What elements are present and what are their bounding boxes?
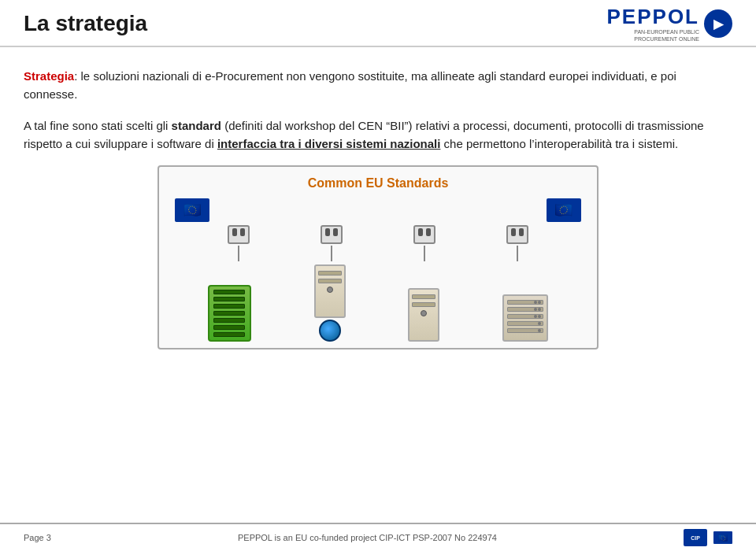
footer-center-text: PEPPOL is an EU co-funded project CIP-IC… [238, 533, 497, 542]
main-content: Strategia: le soluzioni nazionali di e-P… [0, 47, 756, 357]
header: La strategia PEPPOL PAN-EUROPEAN PUBLIC … [0, 0, 756, 47]
cip-logo: CIP [684, 529, 707, 546]
drive-3 [412, 294, 435, 299]
system-1 [208, 285, 251, 342]
server-slot-1 [213, 290, 245, 294]
rack-slot-1 [507, 300, 543, 305]
green-server [208, 285, 251, 342]
rack-dot-6 [538, 315, 541, 318]
power-btn [327, 287, 333, 293]
rack-dot-1 [534, 301, 537, 304]
plug-1 [228, 225, 250, 261]
rack-dot-7 [538, 322, 541, 325]
para2-interfaccia: interfaccia tra i diversi sistemi nazion… [217, 137, 440, 150]
systems-row [169, 264, 587, 342]
logo-area: PEPPOL PAN-EUROPEAN PUBLIC PROCUREMENT O… [605, 5, 732, 43]
tower-pc-3 [408, 288, 439, 342]
drive-2 [318, 279, 342, 283]
para2-post: che permettono l’interoperabilità tra i … [440, 137, 678, 150]
page-number: Page 3 [24, 533, 51, 542]
plug-wire-1 [238, 246, 239, 261]
system-4 [502, 294, 548, 342]
diagram-title: Common EU Standards [169, 176, 587, 190]
plug-3 [413, 225, 435, 261]
rack-slot-3 [507, 314, 543, 319]
rack-dot-5 [534, 315, 537, 318]
para2-pre: A tal fine sono stati scelti gli [24, 119, 172, 132]
eu-logo-footer: 🇪🇺 [713, 531, 732, 544]
plug-socket-2 [321, 225, 343, 244]
rack-slot-5 [507, 328, 543, 333]
plug-4 [506, 225, 528, 261]
paragraph-1: Strategia: le soluzioni nazionali di e-P… [24, 67, 732, 104]
plug-socket-1 [228, 225, 250, 244]
tower-pc-2 [314, 264, 346, 318]
plug-wire-3 [424, 246, 425, 261]
rack-slot-4 [507, 321, 543, 326]
logo-text: PEPPOL [605, 5, 699, 29]
server-slot-3 [213, 304, 245, 309]
page-title: La strategia [24, 11, 147, 36]
plug-socket-3 [413, 225, 435, 244]
logo-sub: PAN-EUROPEAN PUBLIC PROCUREMENT ONLINE [605, 29, 699, 43]
drive-1 [318, 271, 342, 276]
plug-2 [321, 225, 343, 261]
plug-wire-2 [331, 246, 332, 261]
server-slot-7 [213, 332, 245, 337]
power-btn-2 [421, 310, 427, 316]
server-slot-5 [213, 318, 245, 323]
eu-flag-right: 🇪🇺 [547, 198, 581, 222]
drive-4 [412, 302, 435, 307]
para2-standard: standard [172, 119, 221, 132]
server-slot-2 [213, 297, 245, 301]
rack-dot-2 [538, 301, 541, 304]
globe-icon [319, 320, 341, 342]
flags-row: 🇪🇺 🇪🇺 [169, 198, 587, 222]
system-3 [408, 288, 439, 342]
plugs-row [169, 225, 587, 261]
footer: Page 3 PEPPOL is an EU co-funded project… [0, 523, 756, 551]
rack-dot-4 [538, 308, 541, 311]
paragraph-2: A tal fine sono stati scelti gli standar… [24, 116, 732, 153]
rack-slot-2 [507, 307, 543, 312]
rack-dot-8 [538, 329, 541, 332]
rack-dot-3 [534, 308, 537, 311]
server-slot-6 [213, 325, 245, 330]
footer-logos: CIP 🇪🇺 [684, 529, 732, 546]
diagram-container: Common EU Standards 🇪🇺 🇪🇺 [158, 165, 598, 349]
strategia-label: Strategia [24, 69, 74, 83]
system-2 [314, 264, 346, 342]
server-slot-4 [213, 311, 245, 316]
plug-wire-4 [517, 246, 518, 261]
rack-server [502, 294, 548, 342]
eu-flag-left: 🇪🇺 [175, 198, 209, 222]
peppol-logo-icon: ▶ [704, 9, 732, 38]
paragraph-1-text: : le soluzioni nazionali di e-Procuremen… [24, 69, 676, 101]
plug-socket-4 [506, 225, 528, 244]
